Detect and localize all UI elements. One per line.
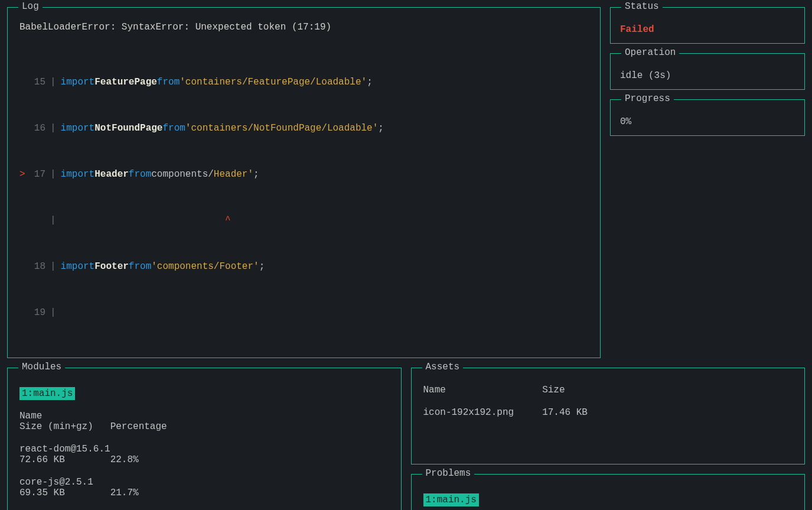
log-title: Log: [18, 1, 43, 12]
modules-header-name: Name: [19, 411, 42, 421]
keyword-from: from: [162, 121, 185, 135]
line-separator: |: [45, 75, 61, 89]
line-number-empty: [29, 213, 45, 228]
modules-header-pct: Percentage: [110, 421, 167, 432]
code-line: 18|import Footer from 'components/Footer…: [19, 259, 588, 274]
keyword-import: import: [61, 167, 95, 181]
assets-header: Name Size: [423, 385, 793, 395]
line-arrow: [19, 75, 29, 89]
modules-badge[interactable]: 1:main.js: [19, 387, 75, 400]
modules-header: Name Size (min+gz) Percentage: [19, 411, 389, 432]
line-number: 17: [29, 167, 45, 181]
keyword-import: import: [61, 259, 95, 274]
semicolon: ;: [367, 75, 373, 89]
operation-panel: Operation idle (3s): [610, 53, 805, 90]
keyword-import: import: [61, 75, 95, 89]
line-number: 16: [29, 121, 45, 135]
line-separator: |: [45, 259, 61, 274]
modules-title: Modules: [18, 362, 65, 372]
keyword-import: import: [61, 121, 95, 135]
string-quote: ': [373, 121, 379, 135]
caret-spacing: [61, 213, 225, 228]
assets-header-size: Size: [542, 385, 565, 395]
caret-icon: ^: [225, 213, 231, 228]
assets-header-name: Name: [423, 385, 446, 395]
module-size: 69.35 KB: [19, 488, 65, 498]
problems-badge[interactable]: 1:main.js: [423, 493, 479, 506]
string-literal: Header: [214, 167, 248, 181]
log-code-block: 15|import FeaturePage from 'containers/F…: [19, 43, 588, 341]
identifier: Footer: [94, 259, 129, 274]
log-error-message: BabelLoaderError: SyntaxError: Unexpecte…: [19, 22, 588, 33]
line-separator: |: [45, 167, 61, 181]
asset-size: 17.46 KB: [542, 407, 588, 418]
string-quote: ': [151, 259, 157, 274]
operation-value: idle (3s): [620, 70, 795, 81]
line-separator: |: [45, 121, 61, 135]
semicolon: ;: [378, 121, 384, 135]
line-arrow: [19, 259, 29, 274]
module-pct: 22.8%: [110, 454, 139, 465]
code-line: 15|import FeaturePage from 'containers/F…: [19, 75, 588, 89]
assets-panel: Assets Name Size icon-192x192.png 17.46 …: [411, 368, 806, 464]
keyword-from: from: [129, 259, 151, 274]
modules-header-size: Size (min+gz): [19, 421, 93, 432]
string-quote: ': [253, 259, 259, 274]
progress-value: 0%: [620, 116, 795, 127]
string-quote: ': [361, 75, 367, 89]
string-quote: ': [185, 121, 191, 135]
status-title: Status: [621, 1, 663, 12]
identifier: NotFoundPage: [94, 121, 162, 135]
code-line-error: >17|import Header from components/Header…: [19, 167, 588, 181]
error-arrow-icon: >: [19, 167, 29, 181]
line-separator: |: [45, 213, 61, 228]
semicolon: ;: [259, 259, 265, 274]
string-quote: ': [247, 167, 253, 181]
module-row: core-js@2.5.1 69.35 KB 21.7%: [19, 477, 389, 498]
module-pct: 21.7%: [110, 488, 139, 498]
line-separator: |: [45, 306, 61, 320]
line-arrow: [19, 213, 29, 228]
problems-panel: Problems 1:main.js No problems detected!: [411, 474, 806, 510]
side-panels: Status Failed Operation idle (3s) Progre…: [610, 7, 805, 358]
line-arrow: [19, 306, 29, 320]
caret-line: | ^: [19, 213, 588, 228]
problems-title: Problems: [422, 468, 475, 479]
modules-panel: Modules 1:main.js Name Size (min+gz) Per…: [7, 368, 402, 510]
log-panel: Log BabelLoaderError: SyntaxError: Unexp…: [7, 7, 601, 358]
identifier: FeaturePage: [94, 75, 157, 89]
string-quote: ': [180, 75, 185, 89]
line-number: 15: [29, 75, 45, 89]
string-literal: components/Footer: [157, 259, 253, 274]
status-value: Failed: [620, 24, 795, 35]
operation-title: Operation: [621, 47, 679, 58]
asset-row: icon-192x192.png 17.46 KB: [423, 407, 793, 418]
string-literal: containers/FeaturePage/Loadable: [185, 75, 361, 89]
progress-panel: Progress 0%: [610, 99, 805, 136]
module-name: react-dom@15.6.1: [19, 444, 110, 454]
progress-title: Progress: [621, 93, 674, 104]
status-panel: Status Failed: [610, 7, 805, 44]
keyword-from: from: [129, 167, 151, 181]
string-literal: containers/NotFoundPage/Loadable: [191, 121, 372, 135]
module-size: 72.66 KB: [19, 454, 65, 465]
line-number: 19: [29, 306, 45, 320]
line-arrow: [19, 121, 29, 135]
code-line: 19|: [19, 306, 588, 320]
asset-name: icon-192x192.png: [423, 407, 514, 418]
code-line: 16|import NotFoundPage from 'containers/…: [19, 121, 588, 135]
identifier: Header: [94, 167, 129, 181]
slash: /: [208, 167, 214, 181]
semicolon: ;: [253, 167, 259, 181]
module-row: react-dom@15.6.1 72.66 KB 22.8%: [19, 444, 389, 465]
assets-title: Assets: [422, 362, 464, 372]
plain-text: components: [151, 167, 208, 181]
keyword-from: from: [157, 75, 180, 89]
module-name: core-js@2.5.1: [19, 477, 93, 488]
line-number: 18: [29, 259, 45, 274]
